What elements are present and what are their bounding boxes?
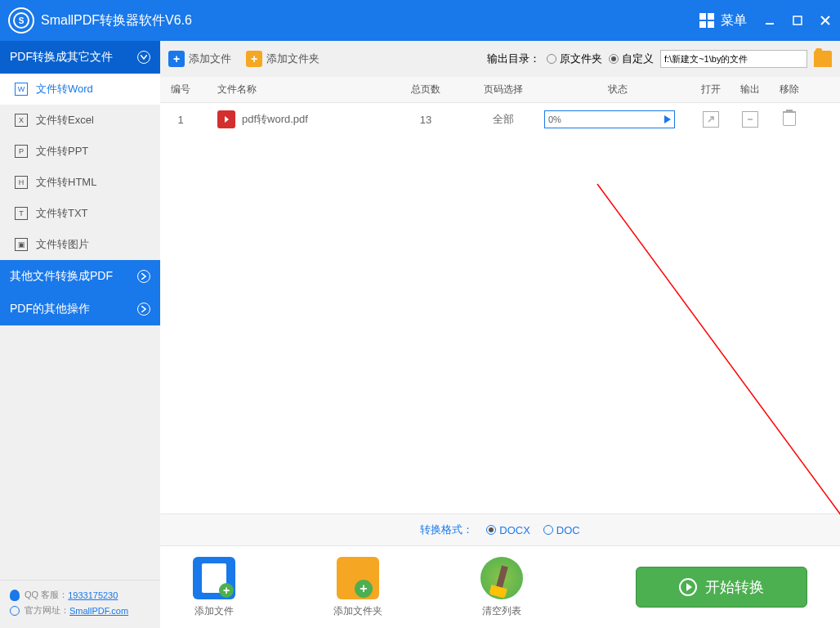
sidebar-item-word[interactable]: W文件转Word (0, 74, 160, 105)
output-button[interactable] (742, 111, 758, 128)
site-label: 官方网址： (25, 604, 69, 617)
output-path-input[interactable] (660, 50, 807, 68)
add-file-button[interactable]: +添加文件 (168, 51, 231, 67)
add-file-label: 添加文件 (189, 52, 231, 66)
sidebar-item-label: 文件转PPT (36, 144, 88, 159)
radio-icon (547, 54, 556, 64)
sidebar-item-html[interactable]: H文件转HTML (0, 167, 160, 198)
toolbar: +添加文件 +添加文件夹 输出目录： 原文件夹 自定义 (160, 41, 840, 77)
table-header: 编号 文件名称 总页数 页码选择 状态 打开 输出 移除 (160, 77, 840, 103)
maximize-button[interactable] (791, 14, 804, 27)
word-icon: W (15, 83, 28, 96)
big-clear-list-button[interactable]: 清空列表 (480, 557, 523, 618)
header-name: 文件名称 (201, 83, 389, 96)
big-action-label: 清空列表 (482, 604, 521, 618)
remove-button[interactable] (783, 111, 796, 126)
progress-text: 0% (548, 114, 561, 124)
start-convert-button[interactable]: 开始转换 (636, 567, 807, 608)
ie-icon (10, 606, 20, 616)
big-action-label: 添加文件 (194, 604, 234, 618)
format-label: 转换格式： (420, 523, 473, 537)
header-output: 输出 (731, 83, 770, 96)
radio-label: 自定义 (622, 52, 654, 66)
sidebar-spacer (0, 325, 160, 580)
menu-button[interactable]: 菜单 (699, 12, 747, 29)
site-link[interactable]: SmallPDF.com (69, 606, 128, 616)
sidebar-item-excel[interactable]: X文件转Excel (0, 105, 160, 136)
radio-label: 原文件夹 (560, 52, 602, 66)
chevron-right-icon (137, 270, 150, 283)
sidebar-item-txt[interactable]: T文件转TXT (0, 198, 160, 229)
chevron-right-icon (137, 303, 150, 316)
sidebar-item-label: 文件转Word (36, 82, 93, 96)
row-pages: 13 (389, 114, 462, 126)
svg-line-5 (597, 184, 840, 556)
header-select: 页码选择 (462, 83, 544, 96)
format-bar: 转换格式： DOCX DOC (160, 514, 840, 546)
big-add-folder-button[interactable]: + 添加文件夹 (333, 557, 382, 618)
format-docx-radio[interactable]: DOCX (486, 524, 530, 536)
image-icon: ▣ (15, 238, 28, 251)
browse-folder-button[interactable] (814, 51, 832, 67)
category-pdf-other-ops[interactable]: PDF的其他操作 (0, 293, 160, 325)
add-folder-icon: + (337, 557, 379, 599)
big-action-label: 添加文件夹 (333, 604, 382, 618)
category-label: PDF的其他操作 (10, 302, 90, 316)
format-doc-radio[interactable]: DOC (543, 524, 580, 536)
ppt-icon: P (15, 145, 28, 158)
chevron-down-icon (137, 51, 150, 64)
footer-info: QQ 客服：1933175230 官方网址：SmallPDF.com (0, 580, 160, 628)
app-logo-icon: S (8, 7, 34, 34)
radio-checked-icon (486, 525, 496, 535)
qq-icon (10, 590, 20, 601)
table-row[interactable]: 1 pdf转word.pdf 13 全部 0% (160, 103, 840, 136)
category-other-to-pdf[interactable]: 其他文件转换成PDF (0, 260, 160, 293)
clear-icon (480, 557, 523, 599)
category-pdf-to-other[interactable]: PDF转换成其它文件 (0, 41, 160, 74)
header-status: 状态 (544, 83, 691, 96)
sidebar-item-label: 文件转图片 (36, 237, 89, 252)
content: +添加文件 +添加文件夹 输出目录： 原文件夹 自定义 编号 文件名称 总页数 … (160, 41, 840, 628)
row-page-select[interactable]: 全部 (462, 112, 544, 127)
plus-icon: + (168, 51, 185, 67)
arrow-annotation-icon (593, 180, 840, 564)
add-folder-button[interactable]: +添加文件夹 (246, 51, 319, 67)
format-option: DOC (556, 524, 580, 536)
category-label: PDF转换成其它文件 (10, 50, 113, 65)
header-open: 打开 (691, 83, 731, 96)
add-folder-label: 添加文件夹 (266, 52, 319, 66)
excel-icon: X (15, 114, 28, 127)
format-option: DOCX (499, 524, 530, 536)
txt-icon: T (15, 207, 28, 220)
output-dir-label: 输出目录： (487, 52, 540, 66)
sidebar-item-ppt[interactable]: P文件转PPT (0, 136, 160, 167)
open-file-button[interactable] (703, 111, 719, 128)
sidebar-item-label: 文件转TXT (36, 206, 88, 221)
play-icon (664, 115, 671, 123)
progress-bar[interactable]: 0% (544, 110, 675, 128)
header-num: 编号 (160, 83, 201, 96)
html-icon: H (15, 176, 28, 189)
radio-custom-folder[interactable]: 自定义 (609, 52, 654, 66)
titlebar: S SmallPDF转换器软件V6.6 菜单 (0, 0, 840, 41)
radio-original-folder[interactable]: 原文件夹 (547, 52, 602, 66)
file-list: 1 pdf转word.pdf 13 全部 0% (160, 103, 840, 514)
start-label: 开始转换 (705, 577, 764, 597)
sidebar-item-image[interactable]: ▣文件转图片 (0, 229, 160, 260)
qq-label: QQ 客服： (25, 589, 68, 601)
svg-rect-1 (793, 16, 802, 25)
qq-link[interactable]: 1933175230 (68, 590, 118, 600)
app-title: SmallPDF转换器软件V6.6 (41, 12, 699, 29)
radio-checked-icon (609, 54, 619, 64)
big-add-file-button[interactable]: + 添加文件 (193, 557, 235, 618)
row-num: 1 (160, 114, 201, 126)
sidebar-item-label: 文件转HTML (36, 175, 96, 190)
radio-icon (543, 525, 553, 535)
plus-icon: + (246, 51, 262, 67)
menu-label: 菜单 (721, 12, 747, 29)
minimize-button[interactable] (763, 14, 776, 27)
header-remove: 移除 (770, 83, 809, 96)
play-icon (679, 578, 697, 596)
header-pages: 总页数 (389, 83, 462, 96)
close-button[interactable] (819, 14, 832, 27)
